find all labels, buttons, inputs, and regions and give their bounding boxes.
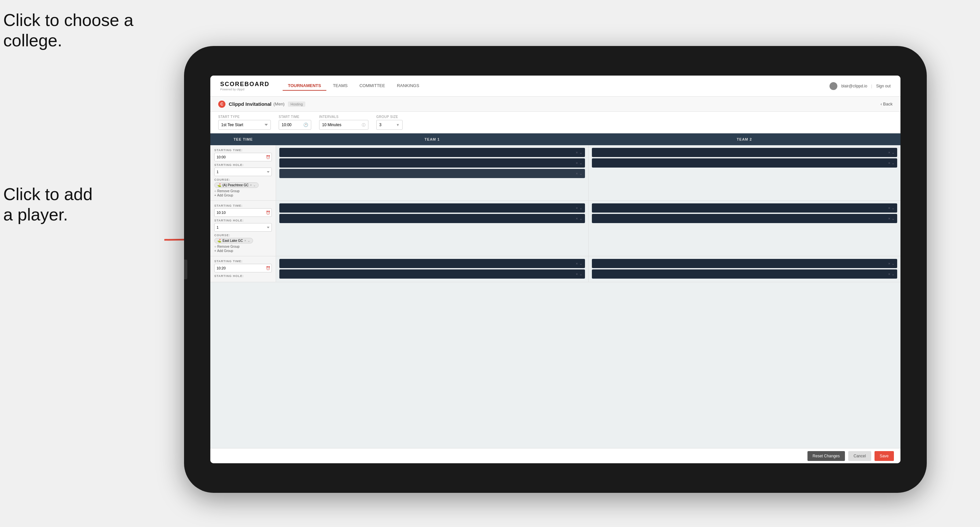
player-slot-1-2[interactable]: × ⌄ — [279, 158, 585, 168]
start-type-select[interactable]: 1st Tee Start Shotgun Start — [218, 120, 271, 130]
remove-group-1[interactable]: ○ Remove Group — [214, 189, 272, 193]
nav-links: TOURNAMENTS TEAMS COMMITTEE RANKINGS — [283, 81, 829, 90]
annotation-choose-college: Click to choose a college. — [3, 10, 134, 51]
logo-title: SCOREBOARD — [220, 81, 269, 88]
save-button[interactable]: Save — [875, 451, 894, 461]
scoreboard-logo: SCOREBOARD Powered by clippd — [220, 81, 269, 91]
nav-link-rankings[interactable]: RANKINGS — [392, 81, 425, 90]
time-input-3[interactable] — [215, 266, 264, 270]
starting-hole-label-2: Starting Hole: — [214, 219, 272, 222]
main-content: Starting Time: ⏰ Starting Hole: 110 Cour… — [210, 145, 900, 448]
start-time-group: Start Time 🕐 — [279, 115, 311, 130]
nav-link-tournaments[interactable]: TOURNAMENTS — [283, 81, 326, 90]
course-name-1: (A) Peachtree GC — [223, 183, 248, 187]
start-time-label: Start Time — [279, 115, 311, 119]
intervals-label: Intervals — [319, 115, 368, 119]
tablet-side-button — [184, 260, 187, 279]
start-time-input[interactable] — [282, 122, 301, 127]
logo-sub: Powered by clippd — [220, 88, 269, 91]
gender-label: (Men) — [274, 102, 285, 106]
cancel-button[interactable]: Cancel — [848, 451, 871, 461]
course-label-2: Course: — [214, 233, 272, 237]
teams-area-1: × ⌄ × ⌄ × ⌄ × — [276, 145, 900, 200]
course-label-1: Course: — [214, 178, 272, 181]
tournament-title: Clippd Invitational — [229, 101, 272, 107]
clock-icon-1: ⏰ — [264, 155, 272, 159]
tee-row-3: Starting Time: ⏰ Starting Hole: × ⌄ — [210, 256, 900, 282]
course-tag-2[interactable]: ⛳ East Lake GC × ⌄ — [214, 238, 253, 243]
action-links-2: ○ Remove Group + Add Group — [214, 245, 272, 252]
player-slot-4-1[interactable]: × ⌄ — [592, 203, 897, 213]
col-header-team2: Team 2 — [588, 137, 900, 141]
nav-link-teams[interactable]: TEAMS — [328, 81, 353, 90]
time-input-1[interactable] — [215, 155, 264, 159]
remove-group-2[interactable]: ○ Remove Group — [214, 245, 272, 248]
sub-header: C Clippd Invitational (Men) Hosting ‹ Ba… — [210, 97, 900, 112]
add-group-2[interactable]: + Add Group — [214, 249, 272, 252]
group-size-group: Group Size 3 ▼ — [376, 115, 402, 130]
reset-changes-button[interactable]: Reset Changes — [807, 451, 845, 461]
player-slot-5-1[interactable]: × ⌄ — [279, 259, 585, 268]
team1-col-3: × ⌄ × ⌄ — [276, 256, 589, 282]
col-header-tee: Tee Time — [210, 137, 276, 141]
tee-side-3: Starting Time: ⏰ Starting Hole: — [210, 256, 276, 282]
start-type-label: Start Type — [218, 115, 271, 119]
bottom-bar: Reset Changes Cancel Save — [210, 448, 900, 463]
teams-area-3: × ⌄ × ⌄ × ⌄ × — [276, 256, 900, 282]
course-remove-2[interactable]: × — [244, 239, 246, 243]
annotation-add-player: Click to add a player. — [3, 184, 93, 225]
starting-time-label-1: Starting Time: — [214, 149, 272, 152]
team1-col-2: × ⌄ × ⌄ — [276, 201, 589, 256]
group-size-label: Group Size — [376, 115, 402, 119]
hole-select-2[interactable]: 110 — [214, 223, 272, 232]
teams-area-2: × ⌄ × ⌄ × ⌄ × — [276, 201, 900, 256]
start-type-group: Start Type 1st Tee Start Shotgun Start — [218, 115, 271, 130]
player-slot-3-1[interactable]: × ⌄ — [279, 203, 585, 213]
nav-right: blair@clippd.io | Sign out — [829, 82, 891, 90]
group-size-value: 3 — [379, 122, 394, 127]
course-tag-1[interactable]: ⛳ (A) Peachtree GC × ⌄ — [214, 183, 259, 188]
action-links-1: ○ Remove Group + Add Group — [214, 189, 272, 197]
starting-time-label-2: Starting Time: — [214, 204, 272, 207]
player-slot-6-1[interactable]: × ⌄ — [592, 259, 897, 268]
nav-link-committee[interactable]: COMMITTEE — [354, 81, 390, 90]
starting-hole-label-3: Starting Hole: — [214, 275, 272, 278]
clock-icon-2: ⏰ — [264, 211, 272, 215]
chevron-down-icon: ▼ — [396, 123, 399, 127]
player-slot-6-2[interactable]: × ⌄ — [592, 270, 897, 279]
player-slot-5-2[interactable]: × ⌄ — [279, 270, 585, 279]
starting-hole-label-1: Starting Hole: — [214, 163, 272, 167]
controls-row: Start Type 1st Tee Start Shotgun Start S… — [210, 112, 900, 133]
course-icon-1: ⛳ — [217, 183, 221, 187]
team2-col-2: × ⌄ × ⌄ — [589, 201, 901, 256]
player-slot-2-1[interactable]: × ⌄ — [592, 148, 897, 157]
add-group-1[interactable]: + Add Group — [214, 194, 272, 197]
team2-col-3: × ⌄ × ⌄ — [589, 256, 901, 282]
course-expand-2[interactable]: ⌄ — [247, 239, 250, 243]
tee-row-2: Starting Time: ⏰ Starting Hole: 110 Cour… — [210, 201, 900, 256]
team1-col-1: × ⌄ × ⌄ × ⌄ — [276, 145, 589, 200]
tee-side-2: Starting Time: ⏰ Starting Hole: 110 Cour… — [210, 201, 276, 256]
tee-row-1: Starting Time: ⏰ Starting Hole: 110 Cour… — [210, 145, 900, 201]
course-expand-1[interactable]: ⌄ — [253, 183, 256, 187]
tablet-frame: SCOREBOARD Powered by clippd TOURNAMENTS… — [184, 46, 927, 493]
hole-select-1[interactable]: 110 — [214, 168, 272, 176]
starting-time-label-3: Starting Time: — [214, 260, 272, 263]
player-slot-2-2[interactable]: × ⌄ — [592, 158, 897, 168]
user-email: blair@clippd.io — [841, 84, 867, 88]
player-slot-3-2[interactable]: × ⌄ — [279, 214, 585, 223]
intervals-value: 10 Minutes — [322, 122, 360, 127]
player-slot-4-2[interactable]: × ⌄ — [592, 214, 897, 223]
back-button[interactable]: ‹ Back — [880, 102, 892, 106]
time-input-2[interactable] — [215, 211, 264, 214]
clippd-icon: C — [218, 100, 226, 108]
tee-side-1: Starting Time: ⏰ Starting Hole: 110 Cour… — [210, 145, 276, 200]
tablet-screen: SCOREBOARD Powered by clippd TOURNAMENTS… — [210, 76, 900, 463]
player-slot-1-1[interactable]: × ⌄ — [279, 148, 585, 157]
clock-icon-3: ⏰ — [264, 266, 272, 270]
course-remove-1[interactable]: × — [250, 183, 252, 187]
sign-out-link[interactable]: Sign out — [876, 84, 891, 88]
intervals-group: Intervals 10 Minutes ⓘ — [319, 115, 368, 130]
col-header-team1: Team 1 — [276, 137, 588, 141]
player-slot-1-3[interactable]: × ⌄ — [279, 169, 585, 178]
